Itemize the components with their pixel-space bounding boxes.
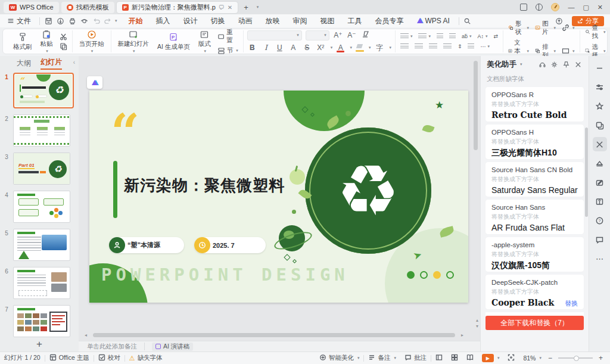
zoom-in-button[interactable]: + [596, 354, 605, 362]
shapes-button[interactable]: 形状▾ [507, 20, 530, 36]
thumbnail-frame[interactable] [13, 267, 70, 299]
new-slide-button[interactable]: 新建幻灯片▾ [115, 29, 152, 54]
close-button[interactable]: ✕ [597, 4, 603, 11]
highlight-caret-icon[interactable]: ▾ [369, 45, 371, 50]
reset-button[interactable]: 重置 [216, 28, 239, 45]
paste-button[interactable]: 粘贴▾ [38, 29, 56, 54]
replace-link[interactable]: 替换 [565, 299, 578, 308]
normal-view-button[interactable] [431, 354, 447, 362]
slide-1-editing-area[interactable]: POWERPOINT DESIGN “ 新污染物：聚焦微塑料 “塑”本清源 20… [89, 91, 468, 303]
menu-会员专享[interactable]: 会员专享 [369, 16, 410, 26]
theme-button[interactable]: Office 主题 [45, 354, 94, 362]
design-hat-icon[interactable] [593, 156, 607, 170]
more-icon[interactable]: ⋯ [593, 251, 607, 266]
ai-script-button[interactable]: AI 演讲稿 [152, 343, 193, 351]
tab-list-caret-icon[interactable]: ▾ [253, 5, 263, 10]
file-menu-button[interactable]: 文件 [0, 16, 37, 26]
font-card-1[interactable]: OPPOSans R将替换成下方字体Retro Cute Bold [485, 87, 584, 122]
preview-icon[interactable] [78, 16, 90, 26]
settings-gear-icon[interactable] [549, 61, 559, 69]
workspace-icon[interactable] [520, 4, 527, 11]
collapse-panel-icon[interactable] [593, 61, 607, 75]
decrease-indent-button[interactable] [435, 33, 444, 41]
menu-视图[interactable]: 视图 [314, 16, 341, 26]
strikethrough-button[interactable]: S [302, 43, 312, 52]
menu-设计[interactable]: 设计 [177, 16, 204, 26]
copy-button[interactable] [58, 42, 69, 50]
quick-access-caret-icon[interactable]: ▾ [115, 18, 117, 23]
text-effect-button[interactable]: 字 [374, 43, 384, 53]
minimize-button[interactable]: — [568, 4, 574, 11]
avatar[interactable] [551, 3, 559, 11]
notes-toggle-button[interactable]: 备注▾ [364, 354, 400, 362]
proofing-button[interactable]: 校对 [94, 354, 125, 362]
restore-button[interactable]: ▢ [583, 4, 589, 11]
slide-thumbnail-3[interactable]: 3♻Part 01 [0, 153, 79, 185]
title-accent-bar[interactable] [113, 161, 117, 218]
template-pages-icon[interactable] [593, 118, 607, 132]
clear-format-icon[interactable] [360, 30, 371, 40]
panel-title-caret-icon[interactable]: ▾ [520, 62, 522, 67]
comments-button[interactable]: 批注 [400, 354, 431, 362]
panel-title[interactable]: 美化助手 [487, 60, 516, 70]
zoom-level[interactable]: 81%▾ [519, 354, 546, 362]
thumbnail-preview[interactable] [13, 229, 70, 261]
paragraph-settings-button[interactable]: ⋯▾ [479, 43, 491, 50]
slide-thumbnail-2[interactable]: 2 [0, 114, 79, 147]
thumbnail-frame[interactable]: ♻Part 01 [13, 153, 70, 185]
slideshow-play-button[interactable]: ▶▾ [478, 354, 504, 362]
underline-button[interactable]: U [275, 43, 285, 52]
favorites-star-icon[interactable] [593, 99, 607, 113]
slide-thumbnail-6[interactable]: 6 [0, 267, 79, 299]
align-center-button[interactable] [413, 43, 424, 51]
support-headset-icon[interactable] [537, 61, 547, 69]
watermark-text[interactable]: POWERPOINT DESIGN [101, 265, 349, 285]
author-badge[interactable]: “塑”本清源 [109, 237, 184, 253]
missing-fonts-warning[interactable]: ⚠ 缺失字体 [125, 354, 167, 362]
slide-sorter-button[interactable] [447, 354, 462, 362]
bold-button[interactable]: B [247, 43, 257, 52]
add-slide-button[interactable]: + [0, 338, 79, 350]
scroll-down-icon[interactable]: ▾ [476, 323, 478, 329]
menu-开始[interactable]: 开始 [122, 16, 150, 26]
output-icon[interactable] [54, 16, 66, 26]
font-card-6[interactable]: DeepSeek-CJK-patch将替换成下方字体Cooper Black替换 [485, 275, 584, 309]
zoom-slider[interactable] [558, 357, 593, 359]
char-spacing-button[interactable]: A [288, 43, 298, 52]
properties-icon[interactable] [593, 80, 607, 94]
find-button[interactable]: 查找▾ [584, 24, 607, 41]
smart-beautify-button[interactable]: 智能美化▾ [315, 354, 364, 362]
pin-icon[interactable] [561, 61, 571, 69]
thumbnail-preview[interactable] [13, 191, 70, 223]
zoom-slider-knob[interactable] [574, 356, 579, 361]
fit-slide-button[interactable] [503, 354, 519, 362]
slide-canvas[interactable]: POWERPOINT DESIGN “ 新污染物：聚焦微塑料 “塑”本清源 20… [79, 56, 480, 341]
thumbnail-frame[interactable] [13, 191, 70, 223]
menu-工具[interactable]: 工具 [341, 16, 369, 26]
beautify-tools-icon[interactable] [593, 137, 607, 151]
feedback-comment-icon[interactable] [593, 232, 607, 247]
close-panel-icon[interactable] [573, 61, 583, 69]
guide-book-icon[interactable] [593, 194, 607, 209]
green-semicircle-shape[interactable] [284, 91, 365, 131]
thumbnail-frame[interactable] [13, 229, 70, 261]
columns-button[interactable] [466, 43, 475, 51]
slide-thumbnail-7[interactable]: 7 [0, 305, 79, 337]
link-button[interactable]: ▾ [561, 24, 576, 32]
thumbnail-frame[interactable] [13, 114, 70, 147]
decrease-font-button[interactable]: A⁻ [347, 31, 357, 39]
scroll-right-icon[interactable]: ▸ [461, 332, 463, 338]
italic-button[interactable]: I [261, 43, 271, 52]
vertical-scrollbar[interactable]: ▴ ▾ [474, 60, 478, 329]
redo-icon[interactable] [102, 16, 114, 26]
chat-bubble-icon[interactable]: 🗩 [219, 4, 225, 11]
superscript-button[interactable]: X² [316, 43, 326, 52]
font-card-5[interactable]: -apple-system将替换成下方字体汉仪旗黑-105简 [485, 237, 584, 272]
wps-ai-fab[interactable] [87, 76, 102, 89]
font-card-4[interactable]: Source Han Sans将替换成下方字体AR Fruda Sans Fla… [485, 200, 584, 234]
horizontal-scrollbar[interactable]: ◂ ▸ [85, 333, 467, 337]
justify-button[interactable] [442, 43, 453, 51]
bullets-button[interactable]: ▾ [399, 33, 414, 41]
highlight-color-button[interactable] [356, 44, 364, 51]
menu-WPS AI[interactable]: WPS AI [410, 17, 456, 25]
